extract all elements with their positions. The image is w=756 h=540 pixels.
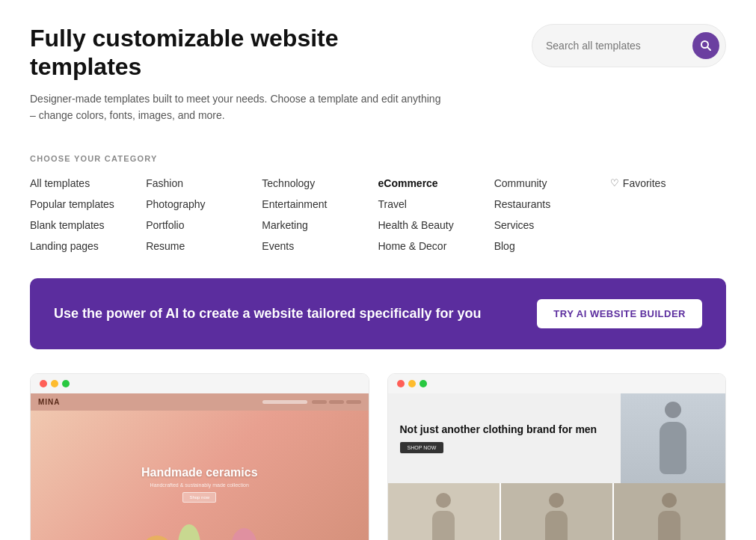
cat-events[interactable]: Events	[262, 238, 378, 254]
page-subtitle: Designer-made templates built to meet yo…	[30, 90, 449, 124]
category-heading: CHOOSE YOUR CATEGORY	[30, 154, 726, 163]
cat-blog[interactable]: Blog	[494, 238, 610, 254]
cat-community[interactable]: Community	[494, 175, 610, 191]
action-pill-3	[346, 400, 361, 404]
ai-banner-text: Use the power of AI to create a website …	[54, 306, 482, 322]
category-grid: All templates Popular templates Blank te…	[30, 175, 726, 254]
cat-home-decor[interactable]: Home & Decor	[378, 238, 494, 254]
model-figure	[660, 402, 686, 474]
category-col-2: Fashion Photography Portfolio Resume	[146, 175, 262, 254]
mina-cta: Shop now	[182, 492, 216, 503]
mina-topbar: MINA	[31, 393, 369, 411]
mina-url-area	[262, 400, 361, 404]
page-title: Fully customizable website templates	[30, 24, 449, 82]
browser-dot-yellow-feyer	[408, 380, 416, 387]
person-head-2	[549, 493, 564, 508]
url-pill	[262, 400, 307, 404]
browser-dot-yellow	[51, 380, 58, 387]
browser-dot-green-feyer	[420, 380, 427, 387]
feyer-tagline: Not just another clothing brand for men	[400, 423, 609, 436]
cat-health-beauty[interactable]: Health & Beauty	[378, 217, 494, 233]
person-shape-1	[388, 483, 500, 540]
ceramic-shape-4	[231, 528, 257, 540]
svg-line-1	[707, 47, 710, 50]
feyer-thumb-2	[501, 483, 612, 540]
ai-website-builder-button[interactable]: TRY AI WEBSITE BUILDER	[537, 299, 702, 328]
header-section: Fully customizable website templates Des…	[30, 24, 726, 124]
cat-marketing[interactable]: Marketing	[262, 217, 378, 233]
mina-logo: MINA	[38, 398, 61, 406]
template-preview-mina: MINA	[31, 393, 369, 540]
category-col-1: All templates Popular templates Blank te…	[30, 175, 146, 254]
cat-ecommerce[interactable]: eCommerce	[378, 175, 494, 191]
template-preview-feyer: Not just another clothing brand for men …	[388, 393, 726, 540]
cat-resume[interactable]: Resume	[146, 238, 262, 254]
person-shape-2	[501, 483, 612, 540]
browser-dot-red	[40, 380, 47, 387]
cat-photography[interactable]: Photography	[146, 196, 262, 212]
person-head-1	[436, 493, 451, 508]
search-input[interactable]	[546, 40, 692, 52]
person-body-3	[658, 511, 680, 540]
ai-banner: Use the power of AI to create a website …	[30, 278, 726, 349]
browser-dot-green	[62, 380, 70, 387]
cat-services[interactable]: Services	[494, 217, 610, 233]
template-card-inner-mina: MINA	[31, 374, 369, 540]
category-col-6: ♡ Favorites	[610, 175, 726, 254]
browser-dot-red-feyer	[397, 380, 405, 387]
ceramic-shape-2	[178, 524, 200, 540]
model-head	[665, 402, 681, 418]
browser-chrome-feyer	[388, 374, 726, 393]
search-button[interactable]	[692, 32, 719, 59]
ceramic-shape-1	[142, 536, 172, 540]
action-pill-2	[329, 400, 344, 404]
feyer-thumb-1	[388, 483, 500, 540]
search-bar	[532, 24, 726, 67]
model-body	[660, 422, 686, 474]
action-pills	[312, 400, 361, 404]
feyer-left: Not just another clothing brand for men …	[388, 393, 621, 483]
person-body-1	[432, 511, 455, 540]
cat-travel[interactable]: Travel	[378, 196, 494, 212]
feyer-cta: SHOP NOW	[400, 442, 444, 453]
mina-content: Handmade ceramics Handcrafted & sustaina…	[31, 411, 369, 540]
template-card-feyer: Not just another clothing brand for men …	[387, 373, 727, 540]
cat-landing-pages[interactable]: Landing pages	[30, 238, 146, 254]
search-icon	[700, 40, 712, 52]
cat-technology[interactable]: Technology	[262, 175, 378, 191]
category-col-5: Community Restaurants Services Blog	[494, 175, 610, 254]
cat-favorites[interactable]: ♡ Favorites	[610, 175, 726, 191]
cat-restaurants[interactable]: Restaurants	[494, 196, 610, 212]
feyer-thumb-3	[614, 483, 725, 540]
cat-fashion[interactable]: Fashion	[146, 175, 262, 191]
browser-chrome-mina	[31, 374, 369, 393]
template-card-mina: MINA	[30, 373, 369, 540]
category-section: CHOOSE YOUR CATEGORY All templates Popul…	[30, 154, 726, 254]
ceramic-shapes	[142, 524, 257, 540]
person-head-3	[662, 493, 677, 508]
templates-grid: MINA	[30, 373, 726, 540]
feyer-model	[621, 393, 725, 483]
cat-entertainment[interactable]: Entertainment	[262, 196, 378, 212]
cat-popular-templates[interactable]: Popular templates	[30, 196, 146, 212]
category-col-3: Technology Entertainment Marketing Event…	[262, 175, 378, 254]
person-body-2	[545, 511, 568, 540]
feyer-bottom	[388, 483, 726, 540]
heart-icon: ♡	[610, 177, 619, 188]
cat-portfolio[interactable]: Portfolio	[146, 217, 262, 233]
header-text: Fully customizable website templates Des…	[30, 24, 449, 124]
category-col-4: eCommerce Travel Health & Beauty Home & …	[378, 175, 494, 254]
person-shape-3	[614, 483, 725, 540]
mina-hero-text: Handmade ceramics Handcrafted & sustaina…	[141, 466, 258, 503]
feyer-top: Not just another clothing brand for men …	[388, 393, 726, 483]
feyer-right	[621, 393, 725, 483]
template-card-inner-feyer: Not just another clothing brand for men …	[388, 374, 726, 540]
cat-blank-templates[interactable]: Blank templates	[30, 217, 146, 233]
cat-all-templates[interactable]: All templates	[30, 175, 146, 191]
mina-hero-sub: Handcrafted & sustainably made collectio…	[141, 482, 258, 488]
mina-hero-title: Handmade ceramics	[141, 466, 258, 479]
action-pill	[312, 400, 327, 404]
